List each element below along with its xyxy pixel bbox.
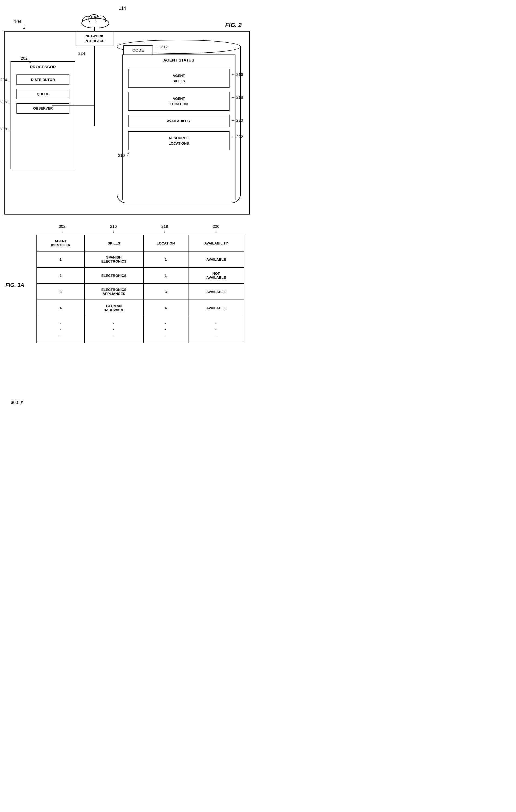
- arrow-216: ↓: [88, 229, 139, 233]
- arrow-220: ↓: [190, 229, 242, 233]
- cell-dots-location: ···: [143, 316, 188, 343]
- col-availability: AVAILABILITY: [188, 235, 244, 251]
- lan-cloud-container: LAN: [80, 9, 110, 29]
- table-row: 3 ELECTRONICSAPPLIANCES 3 AVAILABLE: [37, 284, 244, 300]
- label-212: ← 212: [156, 45, 168, 49]
- cell-id-2: 2: [37, 267, 84, 284]
- arrow-302: ↓: [36, 229, 88, 233]
- tick-204: ⌐: [8, 79, 10, 83]
- resource-locations-box: RESOURCELOCATIONS: [128, 131, 229, 150]
- cell-location-3: 3: [143, 284, 188, 300]
- ref-220-tbl: 220: [190, 224, 242, 229]
- cell-skills-4: GERMANHARDWARE: [84, 300, 143, 316]
- cell-dots-skills: ···: [84, 316, 143, 343]
- label-104: 104: [14, 20, 21, 24]
- label-202: 202: [21, 56, 28, 60]
- cell-id-1: 1: [37, 251, 84, 267]
- cell-avail-2: NOTAVAILABLE: [188, 267, 244, 284]
- col-skills: SKILLS: [84, 235, 143, 251]
- label-220: ← 220: [231, 118, 243, 122]
- col-agent-id: AGENTIDENTIFIER: [37, 235, 84, 251]
- cell-avail-3: AVAILABLE: [188, 284, 244, 300]
- cell-id-4: 4: [37, 300, 84, 316]
- db-cylinder-container: CODE ← 212 214 ↙ AGENT STATUS AGENTSKILL…: [117, 40, 244, 210]
- cell-avail-4: AVAILABLE: [188, 300, 244, 316]
- ref-numbers-row: 302 ↓ 216 ↓ 218 ↓ 220 ↓: [36, 224, 250, 233]
- label-204: 204: [0, 78, 7, 82]
- cell-location-4: 4: [143, 300, 188, 316]
- label-208: 208: [0, 126, 7, 131]
- fig3a-label: FIG. 3A: [5, 282, 24, 288]
- cell-location-1: 1: [143, 251, 188, 267]
- observer-box: OBSERVER: [17, 103, 70, 114]
- code-box: CODE: [124, 45, 153, 55]
- cell-skills-2: ELECTRONICS: [84, 267, 143, 284]
- label-300-container: 300 ↗: [11, 399, 24, 406]
- arrow-300: ↗: [18, 399, 25, 406]
- fig3a-section: FIG. 3A 302 ↓ 216 ↓ 218 ↓ 220 ↓: [4, 224, 250, 343]
- cell-skills-1: SPANISHELECTRONICS: [84, 251, 143, 267]
- processor-box: PROCESSOR 204 ⌐ DISTRIBUTOR 206 ⌐ QUEUE …: [10, 61, 75, 169]
- queue-box: QUEUE: [17, 89, 70, 99]
- fig2-title: FIG. 2: [225, 22, 242, 29]
- label-218: ← 218: [231, 95, 243, 99]
- table-row: 2 ELECTRONICS 1 NOTAVAILABLE: [37, 267, 244, 284]
- lan-label: LAN: [91, 16, 100, 20]
- col-location: LOCATION: [143, 235, 188, 251]
- cell-location-2: 1: [143, 267, 188, 284]
- label-224: 224: [78, 51, 85, 56]
- table-row: 1 SPANISHELECTRONICS 1 AVAILABLE: [37, 251, 244, 267]
- table-row: 4 GERMANHARDWARE 4 AVAILABLE: [37, 300, 244, 316]
- cell-skills-3: ELECTRONICSAPPLIANCES: [84, 284, 143, 300]
- availability-box: AVAILABILITY: [128, 115, 229, 127]
- main-diagram-box: NETWORKINTERFACE 224 202 ↓ PROCESSOR 204…: [4, 31, 250, 214]
- cell-avail-1: AVAILABLE: [188, 251, 244, 267]
- svg-rect-4: [82, 22, 108, 27]
- agent-table: AGENTIDENTIFIER SKILLS LOCATION AVAILABI…: [36, 235, 244, 343]
- network-interface-box: NETWORKINTERFACE: [76, 31, 113, 46]
- distributor-box: DISTRIBUTOR: [17, 75, 70, 85]
- ref-218-container: 218 ↓: [139, 224, 190, 233]
- cell-id-3: 3: [37, 284, 84, 300]
- label-206: 206: [0, 99, 7, 104]
- label-114: 114: [119, 6, 126, 11]
- arrow-104: ↘: [21, 23, 28, 31]
- ref-302-container: 302 ↓: [36, 224, 88, 233]
- processor-title: PROCESSOR: [11, 62, 75, 72]
- ref-216-container: 216 ↓: [88, 224, 139, 233]
- vert-line-ni: [94, 46, 95, 126]
- agent-status-box: AGENT STATUS AGENTSKILLS ← 216 AGENTLOCA…: [122, 55, 236, 200]
- table-row-dots: ··· ··· ··· ···: [37, 316, 244, 343]
- agent-skills-box: AGENTSKILLS: [128, 69, 229, 88]
- cell-dots-id: ···: [37, 316, 84, 343]
- ref-220-container: 220 ↓: [190, 224, 242, 233]
- label-300: 300: [11, 400, 18, 405]
- ref-302: 302: [36, 224, 88, 229]
- label-216: ← 216: [231, 72, 243, 77]
- arrow-218: ↓: [139, 229, 190, 233]
- label-210: 210: [118, 153, 125, 157]
- agent-status-title: AGENT STATUS: [123, 55, 235, 65]
- ref-216-tbl: 216: [88, 224, 139, 229]
- label-222: ← 222: [231, 135, 243, 139]
- table-header-row: AGENTIDENTIFIER SKILLS LOCATION AVAILABI…: [37, 235, 244, 251]
- ref-218-tbl: 218: [139, 224, 190, 229]
- tick-208: ⌐: [8, 128, 10, 132]
- agent-location-box: AGENTLOCATION: [128, 92, 229, 111]
- tick-206: ⌐: [8, 100, 10, 105]
- cell-dots-avail: ···: [188, 316, 244, 343]
